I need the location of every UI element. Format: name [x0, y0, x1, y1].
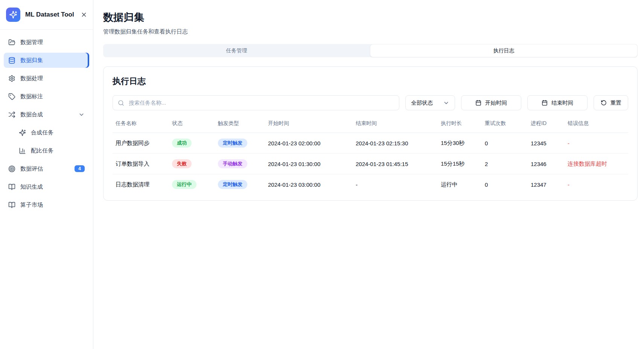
- tag-icon: [8, 93, 15, 100]
- reset-button[interactable]: 重置: [594, 95, 628, 110]
- trigger-cell: 定时触发: [215, 174, 265, 195]
- task-name-cell: 用户数据同步: [113, 133, 169, 154]
- status-badge: 失败: [172, 159, 192, 168]
- start-time-cell: 2024-01-23 03:00:00: [265, 174, 353, 195]
- sidebar-item-synthesis-task[interactable]: 合成任务: [14, 125, 89, 140]
- end-time-button[interactable]: 结束时间: [527, 95, 588, 110]
- end-time-label: 结束时间: [551, 99, 573, 107]
- error-cell: -: [565, 133, 628, 154]
- sidebar-item-label: 配比任务: [31, 147, 85, 154]
- sidebar-item-label: 数据处理: [20, 75, 85, 82]
- end-time-cell: 2024-01-23 02:15:30: [353, 133, 438, 154]
- duration-cell: 15分30秒: [438, 133, 482, 154]
- sidebar-item-label: 数据管理: [20, 39, 85, 46]
- sidebar-item-label: 数据标注: [20, 93, 85, 100]
- trigger-cell: 定时触发: [215, 133, 265, 154]
- pid-cell: 12346: [528, 154, 565, 174]
- column-header: 执行时长: [438, 116, 482, 133]
- page-subtitle: 管理数据归集任务和查看执行日志: [103, 28, 638, 35]
- database-icon: [8, 57, 15, 64]
- pid-cell: 12345: [528, 133, 565, 154]
- status-badge: 成功: [172, 139, 192, 148]
- error-cell: 连接数据库超时: [565, 154, 628, 174]
- trigger-cell: 手动触发: [215, 154, 265, 174]
- target-icon: [8, 165, 15, 172]
- table-header-row: 任务名称状态触发类型开始时间结束时间执行时长重试次数进程ID错误信息: [113, 116, 628, 133]
- retries-cell: 0: [482, 174, 528, 195]
- sidebar-item-label: 数据合成: [20, 111, 73, 118]
- duration-cell: 15分15秒: [438, 154, 482, 174]
- trigger-badge: 定时触发: [218, 139, 247, 148]
- sidebar-item-data-annotation[interactable]: 数据标注: [4, 89, 89, 104]
- trigger-badge: 定时触发: [218, 180, 247, 189]
- status-filter-select[interactable]: 全部状态: [405, 95, 455, 110]
- execution-logs-panel: 执行日志 全部状态 开始时间 结束时间 重置 任务名称状: [103, 66, 638, 201]
- page-title: 数据归集: [103, 11, 638, 24]
- pid-cell: 12347: [528, 174, 565, 195]
- retries-cell: 0: [482, 133, 528, 154]
- sidebar-header: ML Dataset Tool: [0, 0, 93, 30]
- app-title: ML Dataset Tool: [25, 11, 74, 18]
- reset-icon: [601, 100, 607, 106]
- calendar-icon: [542, 100, 548, 106]
- error-cell: -: [565, 174, 628, 195]
- search-input[interactable]: [128, 99, 394, 106]
- status-cell: 失败: [169, 154, 215, 174]
- shuffle-icon: [8, 111, 15, 118]
- search-icon: [118, 100, 124, 106]
- sparkles-icon: [19, 129, 26, 136]
- book-icon: [8, 201, 15, 209]
- task-name-cell: 日志数据清理: [113, 174, 169, 195]
- close-icon: [81, 11, 87, 18]
- sidebar-item-data-management[interactable]: 数据管理: [4, 35, 89, 50]
- folder-icon: [8, 39, 15, 46]
- sidebar-item-label: 数据评估: [20, 165, 70, 172]
- task-name-cell: 订单数据导入: [113, 154, 169, 174]
- reset-label: 重置: [611, 99, 621, 107]
- filter-toolbar: 全部状态 开始时间 结束时间 重置: [113, 95, 628, 110]
- sidebar-item-data-processing[interactable]: 数据处理: [4, 71, 89, 86]
- sidebar-item-data-collection[interactable]: 数据归集: [4, 53, 89, 68]
- main-content: 数据归集 管理数据归集任务和查看执行日志 任务管理执行日志 执行日志 全部状态 …: [93, 0, 644, 349]
- tab-task-management[interactable]: 任务管理: [103, 44, 370, 57]
- tab-execution-logs[interactable]: 执行日志: [370, 44, 638, 57]
- logs-table: 任务名称状态触发类型开始时间结束时间执行时长重试次数进程ID错误信息 用户数据同…: [113, 116, 628, 195]
- panel-title: 执行日志: [113, 76, 628, 87]
- sidebar-close-button[interactable]: [79, 10, 89, 20]
- status-badge: 运行中: [172, 180, 196, 189]
- sidebar-item-knowledge-generation[interactable]: 知识生成: [4, 179, 89, 194]
- chevron-down-icon: [78, 111, 85, 118]
- column-header: 开始时间: [265, 116, 353, 133]
- column-header: 触发类型: [215, 116, 265, 133]
- calendar-icon: [475, 100, 481, 106]
- column-header: 状态: [169, 116, 215, 133]
- end-time-cell: 2024-01-23 01:45:15: [353, 154, 438, 174]
- sidebar-item-label: 算子市场: [20, 201, 85, 209]
- table-row: 用户数据同步成功定时触发2024-01-23 02:00:002024-01-2…: [113, 133, 628, 154]
- column-header: 重试次数: [482, 116, 528, 133]
- sidebar-item-data-synthesis[interactable]: 数据合成: [4, 107, 89, 122]
- chart-icon: [19, 147, 26, 154]
- sidebar: ML Dataset Tool 数据管理数据归集数据处理数据标注数据合成合成任务…: [0, 0, 93, 349]
- column-header: 错误信息: [565, 116, 628, 133]
- status-cell: 运行中: [169, 174, 215, 195]
- table-row: 订单数据导入失败手动触发2024-01-23 01:30:002024-01-2…: [113, 154, 628, 174]
- duration-cell: 运行中: [438, 174, 482, 195]
- retries-cell: 2: [482, 154, 528, 174]
- sidebar-item-ratio-task[interactable]: 配比任务: [14, 143, 89, 158]
- chevron-down-icon: [443, 100, 449, 106]
- app-logo: [6, 8, 20, 22]
- end-time-cell: -: [353, 174, 438, 195]
- column-header: 结束时间: [353, 116, 438, 133]
- table-row: 日志数据清理运行中定时触发2024-01-23 03:00:00-运行中0123…: [113, 174, 628, 195]
- column-header: 任务名称: [113, 116, 169, 133]
- book-icon: [8, 183, 15, 191]
- sidebar-item-data-evaluation[interactable]: 数据评估4: [4, 161, 89, 176]
- column-header: 进程ID: [528, 116, 565, 133]
- start-time-button[interactable]: 开始时间: [461, 95, 521, 110]
- app-root: ML Dataset Tool 数据管理数据归集数据处理数据标注数据合成合成任务…: [0, 0, 644, 349]
- sidebar-item-operator-market[interactable]: 算子市场: [4, 197, 89, 212]
- sidebar-nav: 数据管理数据归集数据处理数据标注数据合成合成任务配比任务数据评估4知识生成算子市…: [0, 30, 93, 217]
- search-box[interactable]: [113, 95, 399, 110]
- status-filter-value: 全部状态: [411, 99, 433, 107]
